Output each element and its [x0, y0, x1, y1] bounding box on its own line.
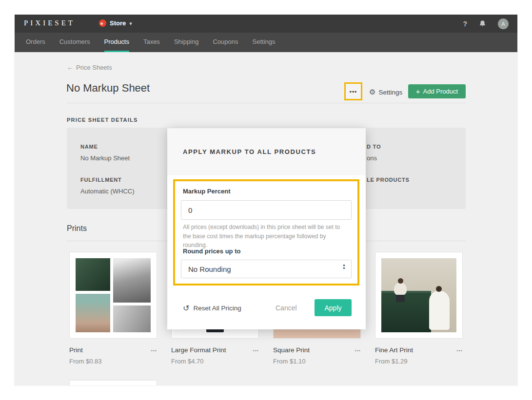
select-arrows-icon: [342, 264, 346, 270]
product-price: From $1.10: [273, 358, 361, 365]
visible-products-label-partial: LE PRODUCTS: [367, 177, 410, 183]
plus-icon: [416, 88, 420, 95]
markup-help-text: All prices (except downloads) in this pr…: [183, 223, 347, 250]
pixieset-logo[interactable]: PIXIESET: [24, 19, 75, 27]
modal-header: APPLY MARKUP TO ALL PRODUCTS: [167, 128, 366, 175]
reset-all-pricing-link[interactable]: Reset All Pricing: [183, 304, 241, 313]
product-more-icon[interactable]: [355, 345, 361, 354]
apply-markup-modal: APPLY MARKUP TO ALL PRODUCTS Markup Perc…: [167, 128, 366, 329]
fulfillment-value: Automatic (WHCC): [80, 188, 135, 195]
chevron-down-icon: [129, 19, 132, 27]
page-title: No Markup Sheet: [66, 82, 150, 95]
ellipsis-icon: [350, 87, 357, 96]
gear-icon: [369, 88, 375, 96]
more-options-button[interactable]: [344, 82, 362, 100]
round-prices-label: Round prices up to: [183, 248, 240, 255]
apply-button[interactable]: Apply: [315, 299, 352, 316]
fulfillment-label: FULFILLMENT: [80, 177, 122, 183]
main-nav: Orders Customers Products Taxes Shipping…: [15, 33, 517, 52]
product-more-icon[interactable]: [253, 345, 259, 354]
rounding-select-value: No Rounding: [188, 265, 231, 273]
cancel-button[interactable]: Cancel: [276, 304, 297, 312]
name-label: NAME: [80, 144, 98, 150]
product-name: Fine Art Print: [375, 346, 413, 354]
header-divider: [67, 103, 466, 103]
tab-customers[interactable]: Customers: [59, 33, 90, 52]
markup-percent-input[interactable]: [181, 200, 352, 220]
tab-orders[interactable]: Orders: [26, 33, 45, 52]
product-price: From $1.29: [375, 358, 463, 365]
product-card[interactable]: Fine Art Print From $1.29: [375, 252, 463, 365]
back-arrow-icon: [67, 64, 76, 71]
add-product-label: Add Product: [423, 88, 458, 95]
store-menu-label: Store: [110, 19, 126, 27]
reset-all-pricing-label: Reset All Pricing: [193, 305, 241, 312]
prints-section-heading: Prints: [67, 224, 87, 233]
avatar[interactable]: A: [498, 19, 509, 29]
store-icon: [99, 19, 106, 27]
breadcrumb-label: Price Sheets: [76, 64, 112, 71]
tab-coupons[interactable]: Coupons: [213, 33, 238, 52]
product-photo: [375, 252, 463, 339]
applied-to-value-partial: ons: [367, 154, 377, 162]
product-price: From $0.83: [69, 358, 157, 365]
store-menu[interactable]: Store: [99, 19, 132, 27]
product-more-icon[interactable]: [457, 345, 463, 354]
tab-settings[interactable]: Settings: [253, 33, 276, 52]
topbar-actions: ? A: [463, 15, 517, 33]
product-name: Print: [69, 346, 83, 354]
product-name: Large Format Print: [171, 346, 226, 354]
tab-shipping[interactable]: Shipping: [174, 33, 199, 52]
modal-title: APPLY MARKUP TO ALL PRODUCTS: [183, 148, 316, 155]
product-card[interactable]: Print From $0.83: [69, 252, 157, 365]
sheet-settings-button[interactable]: Settings: [369, 88, 402, 96]
app-window: PIXIESET Store ? A Orders Customers Prod…: [15, 15, 517, 385]
breadcrumb[interactable]: Price Sheets: [67, 64, 112, 71]
product-card-partial: [69, 380, 157, 385]
top-bar: PIXIESET Store ? A: [15, 15, 517, 33]
sheet-settings-label: Settings: [378, 89, 402, 96]
markup-percent-label: Markup Percent: [183, 188, 231, 195]
tab-taxes[interactable]: Taxes: [143, 33, 160, 52]
undo-icon: [183, 304, 189, 313]
product-photo: [69, 252, 157, 339]
tab-products[interactable]: Products: [104, 33, 129, 52]
add-product-button[interactable]: Add Product: [408, 84, 466, 98]
help-button[interactable]: ?: [463, 20, 467, 28]
details-section-heading: PRICE SHEET DETAILS: [67, 117, 138, 123]
product-name: Square Print: [273, 346, 310, 354]
product-price: From $4.70: [171, 358, 259, 365]
name-value: No Markup Sheet: [80, 154, 130, 162]
product-more-icon[interactable]: [151, 345, 157, 354]
applied-to-label-partial: D TO: [367, 144, 381, 150]
rounding-select[interactable]: No Rounding: [181, 260, 352, 278]
bell-icon[interactable]: [479, 20, 486, 27]
